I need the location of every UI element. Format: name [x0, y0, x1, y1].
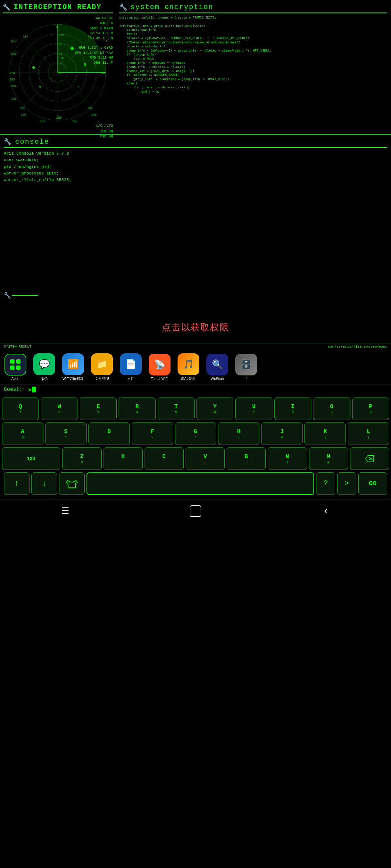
interception-title: 🔧 INTERCEPTION READY: [3, 3, 113, 13]
key-V[interactable]: V,: [186, 447, 225, 470]
key-L[interactable]: L): [348, 423, 389, 445]
key-W[interactable]: W2: [41, 398, 78, 420]
apps-grid-icon: [9, 358, 22, 371]
key-X[interactable]: X!: [104, 447, 143, 470]
radar-bottom-info: A/C AUTO JEK ON PTD ON: [3, 123, 113, 139]
key-B[interactable]: B.: [227, 447, 266, 470]
key-up-arrow[interactable]: ↑: [4, 472, 29, 495]
key-M[interactable]: M&: [309, 447, 348, 470]
svg-text:315: 315: [23, 35, 28, 38]
key-Q[interactable]: Q1: [2, 398, 39, 420]
middle-wrench-icon: 🔧: [4, 292, 11, 299]
keyboard-row-3: 123 Z$ X! C` V, B. N! M&: [2, 447, 389, 470]
key-U[interactable]: U7: [235, 398, 272, 420]
middle-underline: [12, 295, 38, 296]
svg-text:180: 180: [9, 78, 15, 81]
key-T[interactable]: T5: [158, 398, 195, 420]
back-chevron-icon: ‹: [323, 505, 329, 517]
app-label-wechat: 微信: [41, 376, 48, 381]
middle-empty: 🔧: [0, 187, 391, 309]
keyboard-row-2: A@ S* D+ F- G: H/ J# K( L): [2, 423, 389, 445]
command-input[interactable]: [86, 472, 314, 495]
permission-area[interactable]: 点击以获取权限: [0, 309, 391, 343]
svg-rect-47: [16, 360, 21, 364]
console-line-5: worker_rlimit_nofile 65535;: [4, 177, 387, 184]
key-O[interactable]: O9: [313, 398, 350, 420]
nav-bar: ☰ ‹: [0, 499, 391, 523]
key-P[interactable]: P0: [352, 398, 389, 420]
key-delete[interactable]: [350, 447, 389, 470]
app-icon-apps: [4, 354, 26, 375]
console-section: 🔧 console Aris Console version 6.7.2 use…: [0, 134, 391, 187]
console-line-2: user www-data;: [4, 157, 387, 164]
svg-rect-49: [16, 366, 21, 370]
key-E[interactable]: E3: [80, 398, 117, 420]
key-J[interactable]: J#: [261, 423, 303, 445]
svg-text:225: 225: [20, 107, 25, 110]
key-Y[interactable]: Y6: [196, 398, 233, 420]
console-line-3: pid /run/nginx.pid;: [4, 164, 387, 170]
app-item-apps[interactable]: Apps: [3, 354, 28, 380]
key-A[interactable]: A@: [2, 423, 43, 445]
svg-text:60: 60: [90, 27, 93, 30]
svg-point-20: [32, 66, 35, 69]
app-item-db[interactable]: 🗄️ i: [233, 354, 259, 380]
autotune-info: AUTOTUNE: [75, 16, 113, 21]
keyboard[interactable]: Q1 W2 E3 R4 T5 Y6 U7 I8 O9 P0 A@ S* D+ F…: [0, 394, 391, 499]
app-item-wxscan[interactable]: 🔍 WxScan: [204, 354, 230, 380]
svg-text:20: 20: [59, 72, 62, 75]
key-Z[interactable]: Z$: [62, 447, 101, 470]
svg-text:220: 220: [11, 97, 16, 100]
key-I[interactable]: I8: [274, 398, 311, 420]
svg-text:135: 135: [87, 107, 93, 110]
console-title: 🔧 console: [4, 138, 387, 148]
svg-text:150: 150: [40, 120, 45, 122]
app-item-files[interactable]: 📁 文件管理: [89, 353, 115, 381]
encryption-wrench-icon: 🔧: [119, 3, 128, 11]
nav-back-button[interactable]: ‹: [316, 505, 336, 518]
svg-text:270: 270: [9, 71, 15, 75]
cursor-block: [32, 386, 36, 393]
key-down-arrow[interactable]: ↓: [31, 472, 57, 495]
nav-menu-button[interactable]: ☰: [55, 505, 75, 518]
app-item-tenda[interactable]: 📡 Tenda WiFi: [147, 354, 172, 380]
wrench-icon: 🔧: [3, 3, 11, 11]
svg-text:0: 0: [56, 25, 58, 29]
app-label-wifi-key: WiFi万能钥匙: [62, 376, 84, 381]
app-item-docs[interactable]: 📄 文件: [118, 353, 144, 381]
key-G[interactable]: G:: [175, 423, 216, 445]
key-shirt[interactable]: [59, 472, 85, 495]
key-123[interactable]: 123: [2, 447, 60, 470]
key-question[interactable]: ?: [316, 472, 335, 495]
key-gt[interactable]: >: [337, 472, 356, 495]
ac-auto: A/C AUTO: [3, 123, 113, 129]
jek-on: JEK ON: [3, 129, 113, 134]
key-R[interactable]: R4: [119, 398, 156, 420]
app-item-music[interactable]: 🎵 酷我音乐: [176, 353, 201, 381]
console-line-4: worker_processes auto;: [4, 170, 387, 177]
key-go[interactable]: GO: [358, 472, 387, 495]
key-C[interactable]: C`: [144, 447, 184, 470]
key-F[interactable]: F-: [132, 423, 173, 445]
app-item-wechat[interactable]: 💬 微信: [31, 353, 57, 381]
system-result-left: SYSTEM RESULT: [4, 345, 31, 348]
permission-text[interactable]: 点击以获取权限: [0, 321, 391, 334]
app-icon-wxscan: 🔍: [206, 354, 228, 375]
svg-text:180: 180: [56, 116, 62, 120]
guest-prompt: Guest:~ w: [0, 385, 391, 394]
radar-display: 0 180 270 90 315 45 135 225 60 80 100 40…: [8, 23, 107, 122]
key-K[interactable]: K(: [304, 423, 346, 445]
app-item-wifi-key[interactable]: 📶 WiFi万能钥匙: [60, 353, 86, 381]
delete-icon: [365, 455, 374, 463]
encryption-title: 🔧 system encryption: [119, 3, 387, 13]
guest-text: Guest:~ w: [4, 386, 31, 393]
top-section: 🔧 INTERCEPTION READY AUTOTUNE DISP 4 ANT…: [0, 0, 391, 134]
svg-point-19: [78, 86, 79, 87]
key-N[interactable]: N!: [268, 447, 307, 470]
key-S[interactable]: S*: [45, 423, 86, 445]
key-D[interactable]: D+: [88, 423, 130, 445]
nav-home-button[interactable]: [186, 505, 205, 518]
svg-text:170: 170: [21, 113, 26, 117]
key-H[interactable]: H/: [218, 423, 259, 445]
app-label-music: 酷我音乐: [181, 376, 196, 381]
